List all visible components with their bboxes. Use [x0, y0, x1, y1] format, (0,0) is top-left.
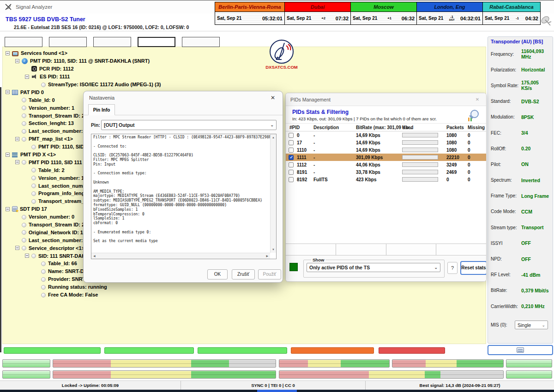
pid-row[interactable]: 1112 - 44,06 Kbps 3249 0 — [286, 161, 486, 168]
tree-item[interactable]: Services found <1> — [3, 49, 486, 57]
pin-select[interactable]: [OUT] Output ⌄ — [101, 120, 277, 130]
pid-checkbox[interactable] — [289, 177, 294, 182]
pid-row[interactable]: 17 - 14,69 Kbps 1080 0 — [286, 139, 486, 146]
status-uptime: Locked -> Uptime: 00:05:09 — [0, 381, 181, 390]
signal-meter — [506, 359, 552, 368]
tree-item[interactable]: Free CA Mode: False — [3, 291, 486, 299]
mis-select[interactable]: Single ⌄ — [515, 321, 548, 329]
magnifier-icon[interactable] — [468, 110, 480, 122]
mode-tab[interactable] — [93, 37, 131, 47]
clock-value: 04:32:01 — [460, 16, 481, 21]
expander-icon[interactable] — [25, 254, 29, 258]
cancel-button[interactable]: Zrušiť — [232, 269, 255, 279]
clock-date: Sat, Sep 21 — [217, 16, 241, 21]
pid-checkbox[interactable] — [289, 140, 294, 145]
pid-checkbox[interactable] — [289, 133, 294, 138]
pid-checkbox[interactable] — [289, 170, 294, 175]
col-desc[interactable]: Description — [313, 125, 339, 130]
expander-icon[interactable] — [6, 90, 10, 94]
tree-item[interactable]: Running status: running — [3, 283, 486, 291]
mode-tab[interactable] — [138, 37, 175, 47]
show-filter-value: Only active PIDS of the TS — [309, 265, 370, 270]
signal-meter — [2, 359, 50, 368]
pid-stat-cell — [286, 244, 336, 255]
pids-heading: PIDs Stats & Filtering — [292, 109, 480, 115]
transponder-label: Frequency: — [491, 52, 521, 57]
chevron-down-icon: ⌄ — [542, 323, 545, 327]
expander-icon[interactable] — [15, 246, 19, 250]
expander-icon[interactable] — [15, 160, 19, 164]
transponder-label: FEC: — [491, 131, 521, 136]
pid-stat-cell — [386, 244, 437, 255]
help-button[interactable]: ? — [447, 262, 458, 274]
expander-icon[interactable] — [25, 75, 29, 79]
tree-item[interactable]: PCR PID: 1112 — [3, 65, 486, 73]
col-packets[interactable]: Packets — [446, 125, 464, 130]
pid-row[interactable]: 1111 - 301,09 Kbps 22210 0 — [286, 154, 486, 161]
reset-stats-button[interactable]: Reset stats — [460, 261, 487, 275]
pid-row[interactable]: 0 - 14,69 Kbps 1080 0 — [286, 131, 486, 139]
pid-checkbox[interactable] — [289, 155, 294, 160]
tree-item-label: Version_number: 1 — [38, 175, 84, 181]
pids-title-bar: PIDs Management ✕ — [286, 93, 486, 106]
dialog-buttons: OK Zrušiť Použiť — [84, 269, 283, 280]
mode-tab[interactable] — [182, 37, 220, 47]
pid-row[interactable]: 8191 - 33,78 Kbps 2469 0 — [286, 168, 486, 176]
col-used[interactable]: Used — [402, 125, 413, 130]
expander-icon[interactable] — [15, 137, 19, 141]
tree-item[interactable]: PMT PID: 1110, SID: 111 @ SNRT-DAKHLA (S… — [3, 57, 486, 65]
pid-row[interactable]: 8192 FullTS 423 Kbps 0 0 — [286, 176, 486, 183]
tree-item[interactable]: ES PID: 1111 — [3, 73, 486, 81]
pid-checkbox[interactable] — [289, 148, 294, 153]
tree-item-label: PMT PID X <1> — [20, 152, 56, 157]
transponder-value: Horizontal — [521, 67, 545, 72]
dxsatcs-logo: DXSATCS.COM — [258, 39, 306, 71]
clock-offset: +1 — [387, 17, 391, 20]
tuner-name: TBS 5927 USB DVB-S2 Tuner — [6, 16, 85, 23]
mode-tab[interactable] — [49, 37, 87, 47]
tab-pin-info[interactable]: Pin Info — [88, 104, 115, 115]
scroll-right-icon[interactable]: ▶ — [266, 255, 268, 257]
expander-icon[interactable] — [6, 153, 10, 157]
dialog-title: Nastavenia — [89, 95, 114, 101]
pid-checkbox[interactable] — [289, 162, 294, 167]
transponder-label: BitRate: — [491, 288, 521, 293]
pid-row[interactable]: 1110 - 14,69 Kbps 1080 0 — [286, 146, 486, 154]
mode-tab[interactable] — [5, 37, 42, 47]
close-icon[interactable]: ✕ — [473, 97, 482, 102]
meters-row-bottom — [0, 370, 554, 379]
transponder-label: CarrierWidth: — [491, 304, 521, 309]
vertical-scrollbar[interactable]: ▲ ▼ — [270, 134, 276, 253]
tree-item-icon — [12, 152, 18, 157]
horizontal-scrollbar[interactable]: ◀ ▶ — [91, 253, 270, 259]
col-pid[interactable]: #PID — [289, 125, 300, 130]
expander-icon[interactable] — [15, 59, 19, 63]
tree-item-icon — [22, 215, 26, 220]
tree-item-label: PMT_map_list <1> — [29, 136, 73, 142]
show-filter-select[interactable]: Only active PIDS of the TS ⌄ — [307, 263, 440, 272]
scroll-left-icon[interactable]: ◀ — [93, 255, 96, 257]
col-missing[interactable]: Missing — [468, 125, 485, 130]
apply-button[interactable]: Použiť — [258, 269, 281, 279]
taskbar-accent — [257, 390, 297, 392]
ok-button[interactable]: OK — [207, 269, 228, 279]
scroll-up-icon[interactable]: ▲ — [272, 136, 275, 139]
close-icon[interactable]: ✕ — [269, 95, 277, 101]
used-bar — [402, 133, 438, 137]
dialog-tab-strip: Pin Info — [84, 104, 283, 115]
scroll-down-icon[interactable]: ▼ — [272, 248, 275, 251]
transponder-row: Pilot: ON — [491, 156, 550, 172]
pin-info-textarea[interactable]: Filter : MPC Stream Reader [HTTP] - CLSI… — [91, 134, 277, 259]
clock-offset: -1 — [516, 17, 519, 20]
signal-meter — [506, 370, 552, 379]
pids-header: PIDs Stats & Filtering In: 423 Kbps, out… — [286, 106, 486, 124]
tree-item-icon — [31, 184, 36, 188]
expander-icon[interactable] — [6, 51, 10, 55]
tree-item-label: PCR PID: 1112 — [39, 66, 74, 71]
tree-item[interactable]: StreamType: ISO/IEC 11172 Audio (MPEG-1)… — [3, 81, 486, 89]
pids-management-panel: PIDs Management ✕ PIDs Stats & Filtering… — [285, 93, 487, 282]
clock: Moscow Sat, Sep 21 +1 06:32 — [350, 2, 416, 24]
expander-icon[interactable] — [6, 207, 10, 211]
used-bar — [402, 177, 438, 182]
tree-item-label: Provider: SNRT — [48, 276, 85, 282]
